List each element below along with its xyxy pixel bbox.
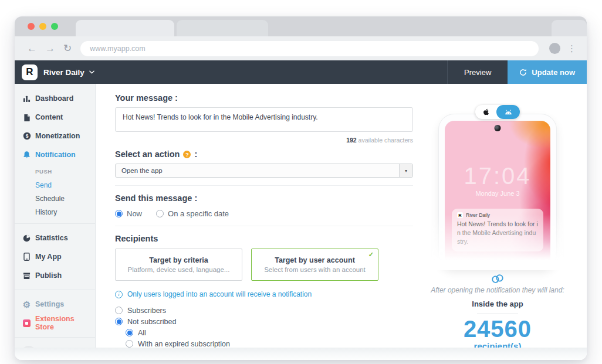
sidebar-item-history[interactable]: History xyxy=(15,205,95,219)
notification-preview: R River Daily Hot News! Trends to look f… xyxy=(452,209,543,251)
main-content: Your message : Hot News! Trends to look … xyxy=(96,84,587,360)
divider xyxy=(115,185,413,186)
notification-form: Your message : Hot News! Trends to look … xyxy=(115,93,413,360)
url-text: www.myapp.com xyxy=(90,45,145,53)
zoom-window-button[interactable] xyxy=(51,23,58,30)
browser-profile-avatar[interactable] xyxy=(549,43,560,54)
sidebar-divider xyxy=(15,290,95,290)
radio-not-subscribed[interactable]: Not subscribed xyxy=(115,316,413,327)
radio-icon xyxy=(115,307,123,314)
phone-mockup: 17:04 Monday June 3 R River Daily Hot Ne… xyxy=(439,114,556,268)
extensions-store-icon xyxy=(22,319,31,327)
chars-count: 192 xyxy=(346,137,357,144)
android-toggle-button[interactable] xyxy=(496,105,520,119)
dropdown-arrow-icon: ▾ xyxy=(399,164,412,177)
divider xyxy=(115,226,413,226)
notification-app-icon: R xyxy=(457,212,463,218)
browser-toolbar: ← → ↻ www.myapp.com ⋮ xyxy=(15,36,587,60)
back-icon[interactable]: ← xyxy=(23,43,41,53)
target-by-user-account-card[interactable]: ✓ Target by user account Select from use… xyxy=(251,249,378,281)
radio-specific-date[interactable]: On a specific date xyxy=(156,209,229,218)
app-logo: R xyxy=(22,64,38,80)
sidebar-item-statistics[interactable]: Statistics xyxy=(15,229,95,247)
notification-message: Hot News! Trends to look for in the Mobi… xyxy=(457,220,538,247)
browser-tab-2[interactable] xyxy=(177,20,268,36)
sidebar-divider xyxy=(15,223,95,224)
send-label: Send this message : xyxy=(115,193,413,203)
action-label-row: Select an action ? : xyxy=(115,149,413,159)
info-text: Only users logged into an account will r… xyxy=(127,290,312,298)
chevron-down-icon xyxy=(89,70,94,74)
preview-button[interactable]: Preview xyxy=(447,60,508,84)
sidebar-item-publish[interactable]: Publish xyxy=(15,266,95,285)
address-bar[interactable]: www.myapp.com xyxy=(80,41,539,56)
phone-time: 17:04 xyxy=(445,163,550,189)
notification-app-name: River Daily xyxy=(466,212,490,218)
action-colon: : xyxy=(194,149,197,159)
sidebar-item-send[interactable]: Send xyxy=(15,178,95,192)
action-select-value: Open the app xyxy=(116,167,399,174)
radio-icon xyxy=(126,340,133,348)
refresh-icon[interactable]: ↻ xyxy=(59,43,76,53)
sidebar-item-monetization[interactable]: $ Monetization xyxy=(15,127,95,145)
window-bottom-edge xyxy=(15,348,587,360)
browser-tabbar xyxy=(15,16,587,36)
app-header: R River Daily Preview Update now xyxy=(15,60,587,84)
link-icon xyxy=(489,271,506,285)
apple-toggle-button[interactable] xyxy=(475,108,496,115)
target-by-criteria-card[interactable]: Target by criteria Platform, device used… xyxy=(115,249,242,281)
browser-tab-3[interactable] xyxy=(552,20,587,36)
gear-icon: ⚙ xyxy=(22,300,31,309)
message-input[interactable]: Hot News! Trends to look for in the Mobi… xyxy=(115,107,413,132)
platform-toggle xyxy=(475,105,520,119)
svg-text:$: $ xyxy=(25,133,28,139)
sidebar-divider xyxy=(15,337,95,338)
action-label: Select an action xyxy=(115,149,180,159)
radio-icon xyxy=(156,210,164,217)
info-note: i Only users logged into an account will… xyxy=(115,290,413,298)
close-window-button[interactable] xyxy=(28,23,35,30)
forward-icon[interactable]: → xyxy=(41,43,59,53)
minimize-window-button[interactable] xyxy=(39,23,46,30)
smartphone-icon xyxy=(22,253,31,261)
chars-label: available characters xyxy=(359,137,413,144)
sidebar-item-content[interactable]: Content xyxy=(15,108,95,127)
bar-chart-icon xyxy=(22,95,31,103)
radio-all[interactable]: All xyxy=(126,327,413,338)
send-options: Now On a specific date xyxy=(115,209,413,218)
radio-subscribers[interactable]: Subscribers xyxy=(115,305,413,316)
sidebar-section-push: PUSH xyxy=(15,164,95,178)
sidebar-item-notification[interactable]: Notification xyxy=(15,145,95,164)
divider xyxy=(477,314,518,314)
update-now-button[interactable]: Update now xyxy=(508,60,587,84)
phone-screen: 17:04 Monday June 3 R River Daily Hot Ne… xyxy=(445,121,550,268)
refresh-sync-icon xyxy=(519,69,527,76)
apple-icon xyxy=(483,108,489,115)
preview-panel: 17:04 Monday June 3 R River Daily Hot Ne… xyxy=(415,84,580,351)
phone-frame: 17:04 Monday June 3 R River Daily Hot Ne… xyxy=(439,114,556,268)
android-icon xyxy=(503,108,513,115)
app-switcher[interactable]: River Daily xyxy=(43,60,94,84)
help-icon[interactable]: ? xyxy=(183,151,191,158)
browser-tab-active[interactable] xyxy=(76,20,174,36)
available-characters: 192 available characters xyxy=(115,137,413,144)
phone-camera xyxy=(495,125,501,131)
landing-caption: After opening the notification they will… xyxy=(415,286,580,294)
sidebar-item-extensions-store[interactable]: Extensions Store xyxy=(15,314,95,332)
dollar-circle-icon: $ xyxy=(22,132,31,140)
browser-menu-icon[interactable]: ⋮ xyxy=(565,43,579,54)
sidebar: Dashboard Content $ Monetization Notific… xyxy=(15,84,96,360)
storefront-icon xyxy=(22,272,31,280)
sidebar-item-my-app[interactable]: My App xyxy=(15,247,95,266)
action-select[interactable]: Open the app ▾ xyxy=(115,164,413,178)
sidebar-item-settings[interactable]: ⚙ Settings xyxy=(15,295,95,314)
landing-info: After opening the notification they will… xyxy=(415,274,580,351)
radio-icon xyxy=(115,318,123,325)
phone-date: Monday June 3 xyxy=(445,190,550,197)
window-controls xyxy=(28,23,58,30)
landing-destination: Inside the app xyxy=(415,300,580,308)
radio-now[interactable]: Now xyxy=(115,209,142,218)
sidebar-item-dashboard[interactable]: Dashboard xyxy=(15,89,95,108)
sidebar-item-schedule[interactable]: Schedule xyxy=(15,192,95,205)
page-body: Dashboard Content $ Monetization Notific… xyxy=(15,84,587,360)
